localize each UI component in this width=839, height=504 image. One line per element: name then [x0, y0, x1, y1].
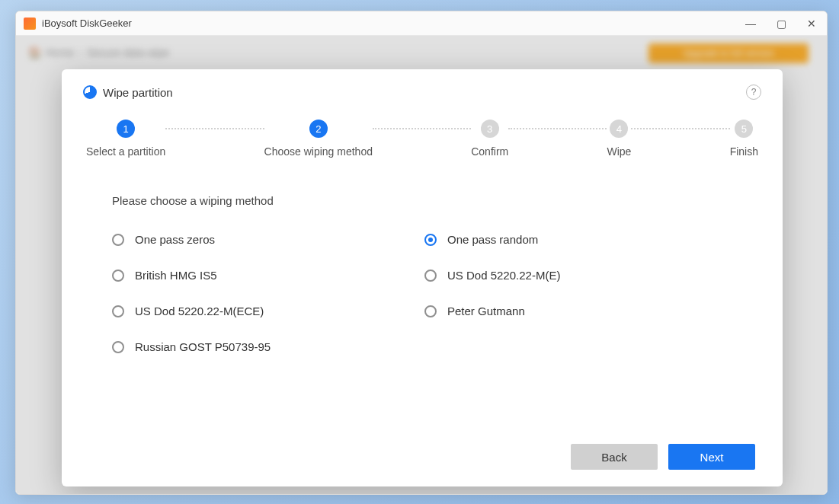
step-circle: 4 — [610, 120, 628, 138]
option-label: Peter Gutmann — [447, 305, 525, 317]
modal-title: Wipe partition — [103, 86, 173, 99]
options-grid: One pass zerosOne pass randomBritish HMG… — [112, 233, 761, 353]
step-connector — [165, 128, 264, 129]
modal-content: Please choose a wiping method One pass z… — [83, 194, 761, 444]
option-peter-gutmann[interactable]: Peter Gutmann — [424, 305, 761, 317]
option-label: British HMG IS5 — [135, 269, 217, 282]
option-label: US Dod 5220.22-M(E) — [447, 269, 560, 282]
step-label: Select a partition — [86, 145, 165, 158]
app-title: iBoysoft DiskGeeker — [42, 18, 132, 29]
option-one-pass-zeros[interactable]: One pass zeros — [112, 233, 424, 246]
step-5: 5Finish — [730, 120, 758, 158]
radio-icon — [424, 234, 437, 246]
option-one-pass-random[interactable]: One pass random — [424, 233, 761, 246]
modal-header: Wipe partition ? — [83, 85, 761, 100]
option-label: US Dod 5220.22-M(ECE) — [135, 305, 264, 317]
step-label: Finish — [730, 145, 758, 158]
step-3: 3Confirm — [471, 120, 508, 158]
step-2: 2Choose wiping method — [264, 120, 373, 158]
radio-icon — [112, 270, 124, 282]
wipe-icon — [83, 85, 97, 99]
minimize-button[interactable]: — — [735, 11, 766, 36]
help-button[interactable]: ? — [746, 85, 761, 100]
modal-footer: Back Next — [83, 444, 761, 473]
step-label: Choose wiping method — [264, 145, 373, 158]
radio-icon — [424, 270, 437, 282]
next-button[interactable]: Next — [668, 444, 755, 470]
step-connector — [508, 128, 607, 129]
step-circle: 5 — [735, 120, 753, 138]
step-circle: 1 — [117, 120, 135, 138]
app-window: iBoysoft DiskGeeker — ▢ ✕ 🏠 Home › Secur… — [15, 11, 828, 495]
step-circle: 2 — [309, 120, 328, 138]
step-4: 4Wipe — [607, 120, 631, 158]
step-circle: 3 — [481, 120, 499, 138]
window-body: 🏠 Home › Secure data wipe Upgrade to ful… — [16, 36, 827, 494]
radio-icon — [112, 305, 124, 317]
option-us-dod-e[interactable]: US Dod 5220.22-M(E) — [424, 269, 761, 282]
step-1: 1Select a partition — [86, 120, 165, 158]
back-button[interactable]: Back — [571, 444, 658, 470]
option-label: One pass random — [447, 233, 538, 246]
option-russian-gost[interactable]: Russian GOST P50739-95 — [112, 340, 424, 353]
radio-icon — [424, 305, 437, 317]
step-connector — [631, 128, 729, 129]
radio-icon — [112, 234, 124, 246]
step-label: Confirm — [471, 145, 508, 158]
option-us-dod-ece[interactable]: US Dod 5220.22-M(ECE) — [112, 305, 424, 317]
titlebar: iBoysoft DiskGeeker — ▢ ✕ — [16, 11, 827, 36]
prompt-text: Please choose a wiping method — [112, 194, 761, 207]
close-button[interactable]: ✕ — [796, 11, 827, 36]
maximize-button[interactable]: ▢ — [766, 11, 796, 36]
window-controls: — ▢ ✕ — [735, 11, 827, 36]
step-connector — [373, 128, 471, 129]
option-label: One pass zeros — [135, 233, 215, 246]
stepper: 1Select a partition2Choose wiping method… — [83, 120, 761, 158]
wipe-modal: Wipe partition ? 1Select a partition2Cho… — [62, 69, 783, 486]
app-icon — [24, 18, 36, 30]
option-british-hmg[interactable]: British HMG IS5 — [112, 269, 424, 282]
step-label: Wipe — [607, 145, 631, 158]
radio-icon — [112, 341, 124, 353]
option-label: Russian GOST P50739-95 — [135, 340, 271, 353]
